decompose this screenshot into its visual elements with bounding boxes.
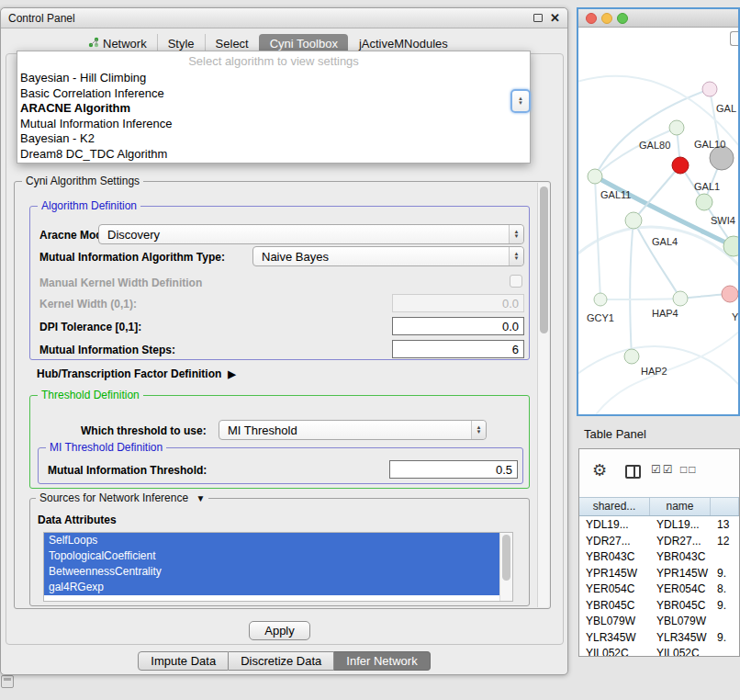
attribute-item-topologicalcoefficient[interactable]: TopologicalCoefficient <box>44 548 499 564</box>
data-attributes-label: Data Attributes <box>38 514 117 526</box>
apply-button[interactable]: Apply <box>249 621 310 640</box>
kernel-width-field[interactable] <box>392 294 524 312</box>
collapsed-panel-icon[interactable] <box>1 675 14 688</box>
table-row[interactable]: YBL079WYBL079W <box>579 614 739 630</box>
node-label: GAL4 <box>652 236 678 247</box>
network-window-titlebar[interactable] <box>578 9 738 28</box>
network-view-window: GALGAL80GAL10GAL11GAL1SWI4GAL4GCY1HAP4YH… <box>577 7 740 416</box>
algorithm-option-dream8-dc-tdc-algorithm[interactable]: Dream8 DC_TDC Algorithm <box>17 147 530 163</box>
column-header-2[interactable] <box>711 498 739 515</box>
combo-arrows-icon: ▲▼ <box>509 225 523 243</box>
mi-threshold-field[interactable] <box>389 460 518 479</box>
node-label: GCY1 <box>587 312 614 323</box>
node-label: HAP4 <box>652 308 678 319</box>
close-window-icon[interactable]: ✕ <box>550 12 560 24</box>
minimize-traffic-light-icon[interactable] <box>601 13 612 24</box>
table-body: YDL19...YDL19...13YDR27...YDR27...12YBR0… <box>579 517 739 656</box>
aracne-mode-select[interactable]: Discovery ▲▼ <box>98 224 524 244</box>
algorithm-option-aracne-algorithm[interactable]: ARACNE Algorithm <box>17 101 530 117</box>
combo-arrows-icon: ▲▼ <box>509 247 523 265</box>
network-node[interactable] <box>696 194 712 210</box>
network-edge[interactable] <box>595 128 677 176</box>
settings-scrollbar[interactable] <box>537 183 549 607</box>
node-label: GAL10 <box>694 139 725 150</box>
scrollbar-thumb[interactable] <box>502 535 510 581</box>
network-node[interactable] <box>702 82 717 96</box>
collapsed-arrow-icon[interactable]: ▶ <box>228 368 235 380</box>
clear-checkboxes-icon[interactable]: □□ <box>680 463 698 476</box>
attribute-list-scrollbar[interactable] <box>499 533 512 601</box>
network-edge[interactable] <box>630 220 633 356</box>
table-row[interactable]: YBR045CYBR045C9. <box>579 598 739 615</box>
algorithm-option-bayesian-k2[interactable]: Bayesian - K2 <box>17 131 530 147</box>
tab-label: Select <box>216 37 249 51</box>
table-row[interactable]: YLR345WYLR345W9. <box>579 630 739 647</box>
attribute-item-selfloops[interactable]: SelfLoops <box>44 533 499 548</box>
table-cell: 8. <box>711 581 739 598</box>
gear-icon[interactable]: ⚙ <box>592 462 607 479</box>
zoom-traffic-light-icon[interactable] <box>617 13 628 24</box>
network-node[interactable] <box>588 169 602 184</box>
table-cell: YDR27... <box>579 534 650 550</box>
sources-group: Sources for Network Inference ▼ Data Att… <box>29 498 530 606</box>
cyni-group-title: Cyni Algorithm Settings <box>22 175 143 187</box>
attribute-item-gal4rgexp[interactable]: gal4RGexp <box>44 580 499 595</box>
data-attributes-list[interactable]: SelfLoopsTopologicalCoefficientBetweenne… <box>43 532 513 602</box>
network-node[interactable] <box>624 349 639 364</box>
select-all-checkboxes-icon[interactable]: ☑☑ <box>651 463 675 476</box>
attribute-items: SelfLoopsTopologicalCoefficientBetweenne… <box>44 533 512 595</box>
focused-combo-fragment[interactable]: ▲ ▼ <box>510 89 531 113</box>
network-node[interactable] <box>594 293 607 306</box>
dpi-tolerance-field[interactable] <box>392 317 524 335</box>
network-canvas[interactable]: GALGAL80GAL10GAL11GAL1SWI4GAL4GCY1HAP4YH… <box>578 28 738 414</box>
attribute-item-betweennesscentrality[interactable]: BetweennessCentrality <box>44 564 499 580</box>
network-graph-svg: GALGAL80GAL10GAL11GAL1SWI4GAL4GCY1HAP4YH… <box>578 28 738 414</box>
bottom-tab-impute-data[interactable]: Impute Data <box>138 651 229 671</box>
float-window-icon[interactable] <box>533 14 543 22</box>
algorithm-option-mutual-information-inference[interactable]: Mutual Information Inference <box>17 117 530 132</box>
table-row[interactable]: YER054CYER054C8. <box>579 581 739 598</box>
which-threshold-select[interactable]: MI Threshold ▲▼ <box>219 420 487 440</box>
bottom-tab-infer-network[interactable]: Infer Network <box>334 651 430 671</box>
network-node[interactable] <box>625 212 642 229</box>
node-label: GAL <box>716 103 736 114</box>
hub-definition-label: Hub/Transcription Factor Definition <box>37 367 221 380</box>
table-row[interactable]: YBR043CYBR043C <box>579 549 739 566</box>
network-node[interactable] <box>672 157 689 174</box>
algorithm-option-bayesian-hill-climbing[interactable]: Bayesian - Hill Climbing <box>17 71 530 86</box>
network-edge[interactable] <box>633 165 680 220</box>
network-edge[interactable] <box>597 331 738 413</box>
scrollbar-thumb[interactable] <box>540 186 548 333</box>
table-cell: YLR345W <box>579 630 650 647</box>
column-header-name[interactable]: name <box>650 498 711 515</box>
network-node[interactable] <box>669 120 684 135</box>
table-row[interactable]: YDL19...YDL19...13 <box>579 517 739 534</box>
table-cell: YBR045C <box>579 598 650 615</box>
column-header-shared-[interactable]: shared... <box>579 498 650 515</box>
table-cell: YER054C <box>579 581 650 598</box>
mi-steps-field[interactable] <box>392 340 524 358</box>
table-row[interactable]: YIL052CYIL052C <box>579 646 739 656</box>
table-row[interactable]: YDR27...YDR27...12 <box>579 534 739 550</box>
network-edge[interactable] <box>600 299 680 299</box>
algorithm-option-basic-correlation-inference[interactable]: Basic Correlation Inference <box>17 86 530 102</box>
table-row[interactable]: YPR145WYPR145W9. <box>579 566 739 582</box>
manual-kernel-checkbox[interactable] <box>510 275 522 288</box>
close-traffic-light-icon[interactable] <box>586 13 597 24</box>
columns-icon[interactable] <box>625 465 641 479</box>
bottom-tab-discretize-data[interactable]: Discretize Data <box>229 651 334 671</box>
network-node[interactable] <box>722 286 738 302</box>
mi-algorithm-type-select[interactable]: Naive Bayes ▲▼ <box>252 246 524 266</box>
network-node[interactable] <box>673 291 688 306</box>
sources-group-title: Sources for Network Inference ▼ <box>36 491 208 504</box>
threshold-definition-group: Threshold Definition Which threshold to … <box>29 395 530 489</box>
network-edge[interactable] <box>633 220 680 299</box>
network-toolbar-fragment[interactable] <box>730 31 738 46</box>
hub-definition-section[interactable]: Hub/Transcription Factor Definition ▶ <box>37 367 236 380</box>
sources-title-text: Sources for Network Inference <box>39 491 188 504</box>
control-panel-titlebar[interactable]: Control Panel ✕ <box>1 8 567 28</box>
expanded-arrow-icon[interactable]: ▼ <box>196 493 205 503</box>
tab-label: Style <box>168 37 195 51</box>
table-cell: 13 <box>711 517 739 534</box>
table-cell: YBR045C <box>650 598 711 615</box>
